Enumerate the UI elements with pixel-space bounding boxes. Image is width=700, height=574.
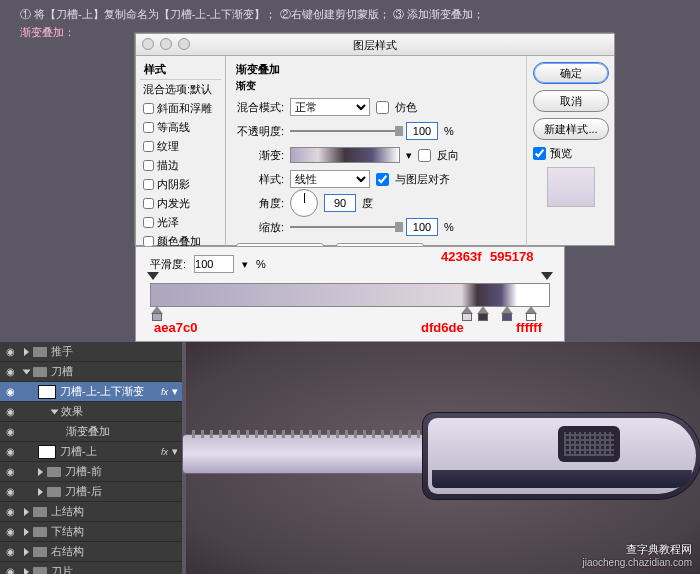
dither-checkbox[interactable]: [376, 101, 389, 114]
opacity-stop[interactable]: [147, 272, 159, 284]
hex-code-label: 595178: [490, 249, 533, 264]
layer-row[interactable]: ◉右结构: [0, 542, 182, 562]
layer-row[interactable]: ◉刀槽-上-上下渐变fx ▾: [0, 382, 182, 402]
layer-row[interactable]: ◉刀槽: [0, 362, 182, 382]
blend-mode-select[interactable]: 正常: [290, 98, 370, 116]
styles-header[interactable]: 样式: [140, 60, 221, 80]
visibility-icon[interactable]: ◉: [4, 486, 16, 498]
disclosure-icon[interactable]: [38, 488, 43, 496]
style-item[interactable]: 内发光: [140, 194, 221, 213]
layer-row[interactable]: ◉推手: [0, 342, 182, 362]
smoothness-input[interactable]: [194, 255, 234, 273]
style-item[interactable]: 斜面和浮雕: [140, 99, 221, 118]
reverse-checkbox[interactable]: [418, 149, 431, 162]
style-item[interactable]: 描边: [140, 156, 221, 175]
fx-dropdown-icon[interactable]: ▾: [172, 385, 178, 398]
cancel-button[interactable]: 取消: [533, 90, 609, 112]
style-item[interactable]: 等高线: [140, 118, 221, 137]
visibility-icon[interactable]: ◉: [4, 546, 16, 558]
align-checkbox[interactable]: [376, 173, 389, 186]
opacity-stop[interactable]: [541, 272, 553, 284]
visibility-icon[interactable]: ◉: [4, 446, 16, 458]
style-checkbox[interactable]: [143, 198, 154, 209]
angle-label: 角度:: [236, 196, 284, 211]
disclosure-icon[interactable]: [38, 468, 43, 476]
layer-row[interactable]: ◉上结构: [0, 502, 182, 522]
new-style-button[interactable]: 新建样式...: [533, 118, 609, 140]
layer-row[interactable]: ◉刀片: [0, 562, 182, 574]
style-item[interactable]: 光泽: [140, 213, 221, 232]
angle-input[interactable]: [324, 194, 356, 212]
section-title: 渐变叠加: [236, 62, 516, 77]
visibility-icon[interactable]: ◉: [4, 566, 16, 575]
style-checkbox[interactable]: [143, 122, 154, 133]
visibility-icon[interactable]: ◉: [4, 346, 16, 358]
layer-row[interactable]: ◉刀槽-上fx ▾: [0, 442, 182, 462]
style-checkbox[interactable]: [143, 160, 154, 171]
opacity-slider[interactable]: [290, 130, 400, 132]
disclosure-icon[interactable]: [24, 508, 29, 516]
ok-button[interactable]: 确定: [533, 62, 609, 84]
preview-checkbox[interactable]: [533, 147, 546, 160]
visibility-icon[interactable]: ◉: [4, 366, 16, 378]
angle-dial[interactable]: [290, 189, 318, 217]
visibility-icon[interactable]: ◉: [4, 526, 16, 538]
disclosure-icon[interactable]: [24, 348, 29, 356]
layer-row[interactable]: ◉下结构: [0, 522, 182, 542]
blend-options-item[interactable]: 混合选项:默认: [140, 80, 221, 99]
style-checkbox[interactable]: [143, 179, 154, 190]
close-icon[interactable]: [142, 38, 154, 50]
layer-row[interactable]: ◉刀槽-前: [0, 462, 182, 482]
disclosure-icon[interactable]: [23, 369, 31, 374]
knife-illustration: [182, 412, 700, 510]
gradient-picker[interactable]: [290, 147, 400, 163]
layer-name: 效果: [61, 404, 83, 419]
style-checkbox[interactable]: [143, 141, 154, 152]
layer-row[interactable]: ◉刀槽-后: [0, 482, 182, 502]
disclosure-icon[interactable]: [24, 568, 29, 575]
color-stop[interactable]: [477, 306, 489, 318]
fx-badge[interactable]: fx: [161, 387, 168, 397]
minimize-icon[interactable]: [160, 38, 172, 50]
scale-slider[interactable]: [290, 226, 400, 228]
visibility-icon[interactable]: ◉: [4, 506, 16, 518]
style-item[interactable]: 内阴影: [140, 175, 221, 194]
disclosure-icon[interactable]: [51, 409, 59, 414]
canvas-area[interactable]: [186, 342, 700, 574]
disclosure-icon[interactable]: [24, 528, 29, 536]
fx-badge[interactable]: fx: [161, 447, 168, 457]
visibility-icon[interactable]: ◉: [4, 466, 16, 478]
layer-name: 右结构: [51, 544, 84, 559]
opacity-input[interactable]: [406, 122, 438, 140]
scale-input[interactable]: [406, 218, 438, 236]
style-label: 内发光: [157, 196, 190, 211]
fx-dropdown-icon[interactable]: ▾: [172, 445, 178, 458]
gradient-dropdown-icon[interactable]: ▾: [406, 149, 412, 162]
style-item[interactable]: 纹理: [140, 137, 221, 156]
layer-row[interactable]: ◉渐变叠加: [0, 422, 182, 442]
visibility-icon[interactable]: ◉: [4, 426, 16, 438]
gradient-overlay-panel: 渐变叠加 渐变 混合模式: 正常 仿色 不透明度: % 渐变: ▾ 反向: [226, 56, 526, 246]
percent-label: %: [444, 125, 454, 137]
color-stop[interactable]: [525, 306, 537, 318]
gradient-bar-large[interactable]: [150, 283, 550, 307]
color-stop[interactable]: [461, 306, 473, 318]
zoom-icon[interactable]: [178, 38, 190, 50]
layer-name: 渐变叠加: [66, 424, 110, 439]
color-stop[interactable]: [501, 306, 513, 318]
style-checkbox[interactable]: [143, 217, 154, 228]
style-label: 内阴影: [157, 177, 190, 192]
visibility-icon[interactable]: ◉: [4, 386, 16, 398]
layer-row[interactable]: ◉效果: [0, 402, 182, 422]
color-stop[interactable]: [151, 306, 163, 318]
disclosure-icon[interactable]: [24, 548, 29, 556]
gradient-editor: 平滑度: ▾ % aea7c0 dfd6de 42363f 595178 fff…: [135, 246, 565, 342]
smoothness-dropdown-icon[interactable]: ▾: [242, 258, 248, 271]
layer-name: 下结构: [51, 524, 84, 539]
dialog-titlebar[interactable]: 图层样式: [136, 34, 614, 56]
gradient-label: 渐变:: [236, 148, 284, 163]
style-select[interactable]: 线性: [290, 170, 370, 188]
visibility-icon[interactable]: ◉: [4, 406, 16, 418]
style-checkbox[interactable]: [143, 103, 154, 114]
hex-code-label: 42363f: [441, 249, 481, 264]
